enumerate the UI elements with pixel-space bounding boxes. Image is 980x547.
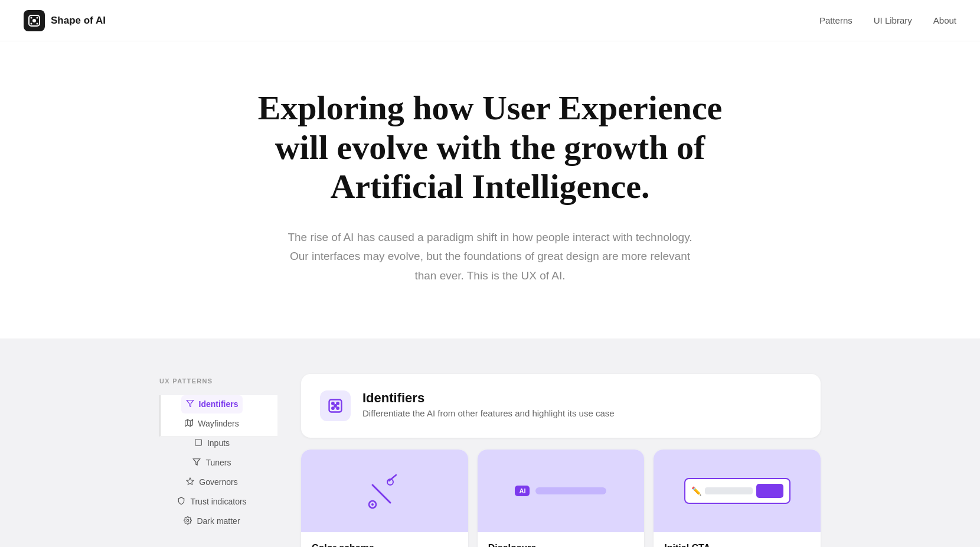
logo-text: Shape of AI xyxy=(51,15,106,27)
svg-point-16 xyxy=(334,405,337,407)
sidebar-item-inputs[interactable]: Inputs xyxy=(190,434,234,452)
navbar: Shape of AI Patterns UI Library About xyxy=(0,0,980,41)
sidebar-item-label: Governors xyxy=(199,477,237,487)
card-visual-initial-cta: ✏️ xyxy=(654,450,821,532)
card-title: Disclosure xyxy=(488,543,634,547)
logo-link[interactable]: Shape of AI xyxy=(24,10,106,31)
sidebar-item-label: Inputs xyxy=(207,438,230,448)
card-title: Color scheme xyxy=(312,543,458,547)
sidebar-item-label: Identifiers xyxy=(199,399,239,409)
sidebar-item-identifiers[interactable]: Identifiers xyxy=(181,395,243,413)
pattern-cards-grid: Color scheme Visual cues to help users i… xyxy=(301,450,821,547)
hero-subtext: The rise of AI has caused a paradigm shi… xyxy=(277,228,703,285)
svg-point-12 xyxy=(332,402,334,405)
patterns-section: UX PATTERNS Identifiers xyxy=(0,338,980,547)
sidebar: UX PATTERNS Identifiers xyxy=(159,374,277,547)
filter-icon xyxy=(186,399,194,409)
card-disclosure[interactable]: AI Disclosure Clearly mark content and i… xyxy=(478,450,645,547)
shield-icon xyxy=(177,497,185,507)
svg-point-4 xyxy=(31,22,32,24)
svg-point-3 xyxy=(37,17,38,18)
svg-point-10 xyxy=(187,519,190,522)
nav-link-ui-library[interactable]: UI Library xyxy=(874,15,912,25)
card-initial-cta[interactable]: ✏️ Initial CTA Large, open-ended input i… xyxy=(654,450,821,547)
cta-text-area xyxy=(705,487,753,494)
tuners-icon xyxy=(192,458,201,468)
sidebar-nav: Identifiers Wayfinders xyxy=(159,395,277,437)
map-icon xyxy=(185,419,193,429)
svg-rect-7 xyxy=(195,439,202,446)
nav-links: Patterns UI Library About xyxy=(819,15,956,25)
nav-link-about[interactable]: About xyxy=(933,15,956,25)
cta-input-mock: ✏️ xyxy=(684,478,790,504)
cta-button-mock xyxy=(756,484,783,498)
svg-marker-8 xyxy=(194,459,201,465)
sidebar-item-dark-matter[interactable]: Dark matter xyxy=(179,512,244,530)
svg-point-19 xyxy=(371,503,374,506)
sidebar-item-label: Wayfinders xyxy=(198,419,239,428)
nav-link-patterns[interactable]: Patterns xyxy=(819,15,852,25)
svg-point-1 xyxy=(32,19,36,22)
svg-point-15 xyxy=(337,407,339,409)
svg-point-14 xyxy=(332,407,334,409)
sidebar-item-label: Trust indicators xyxy=(190,497,246,506)
featured-pattern-card: Identifiers Differentiate the AI from ot… xyxy=(301,374,821,438)
featured-description: Differentiate the AI from other features… xyxy=(362,408,615,418)
hero-heading: Exploring how User Experience will evolv… xyxy=(248,89,732,207)
sidebar-item-label: Tuners xyxy=(205,458,231,467)
hero-section: Exploring how User Experience will evolv… xyxy=(0,41,980,338)
sidebar-label: UX PATTERNS xyxy=(159,377,277,385)
sidebar-item-label: Dark matter xyxy=(197,516,240,526)
svg-marker-9 xyxy=(187,478,194,484)
logo-icon xyxy=(24,10,45,31)
sidebar-item-wayfinders[interactable]: Wayfinders xyxy=(180,415,244,433)
patterns-content: Identifiers Differentiate the AI from ot… xyxy=(301,374,821,547)
svg-point-5 xyxy=(37,22,38,24)
card-title: Initial CTA xyxy=(664,543,810,547)
svg-point-13 xyxy=(337,402,339,405)
sidebar-item-trust-indicators[interactable]: Trust indicators xyxy=(172,493,251,511)
card-visual-disclosure: AI xyxy=(478,450,645,532)
disclosure-bar xyxy=(535,487,606,494)
card-color-scheme[interactable]: Color scheme Visual cues to help users i… xyxy=(301,450,468,547)
ai-badge: AI xyxy=(515,486,530,496)
svg-point-2 xyxy=(31,17,32,18)
pencil-icon: ✏️ xyxy=(691,486,701,496)
featured-icon xyxy=(320,390,351,421)
sidebar-item-governors[interactable]: Governors xyxy=(181,473,242,491)
governors-icon xyxy=(186,477,194,487)
box-icon xyxy=(194,438,202,448)
sidebar-item-tuners[interactable]: Tuners xyxy=(188,454,236,472)
svg-line-17 xyxy=(373,485,390,503)
svg-marker-6 xyxy=(187,401,194,407)
card-visual-color-scheme xyxy=(301,450,468,532)
featured-title: Identifiers xyxy=(362,390,615,406)
gear-icon xyxy=(184,516,192,526)
